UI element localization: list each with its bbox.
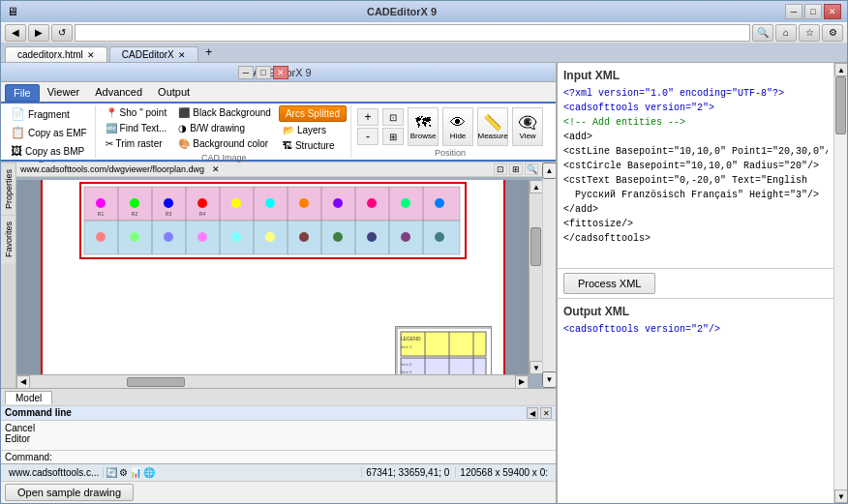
fragment-btn[interactable]: 📄 Fragment (7, 105, 91, 123)
hide-btn[interactable]: 👁 Hide (442, 107, 473, 146)
measure-icon: 📏 (483, 113, 502, 132)
measure-btn[interactable]: 📏 Measure (477, 107, 508, 146)
copy-emf-btn[interactable]: 📋 Copy as EMF (7, 124, 91, 141)
search-button[interactable]: 🔍 (752, 24, 773, 42)
scroll-left-btn[interactable]: ◀ (16, 375, 30, 389)
status-bar: www.cadsofttools.c... 🔄 ⚙ 📊 🌐 67341; 336… (1, 463, 556, 481)
fragment-icon: 📄 (11, 107, 25, 121)
horiz-scrollbar[interactable]: ◀ ▶ (16, 374, 529, 388)
svg-point-22 (401, 198, 410, 208)
bg-color-icon: 🎨 (178, 138, 190, 149)
command-input-label: Command: (5, 452, 52, 462)
drawing-toolbar-btn1[interactable]: ⊡ (494, 163, 507, 175)
cad-minimize-btn[interactable]: ─ (238, 66, 254, 79)
horiz-scroll-thumb[interactable] (127, 377, 185, 387)
status-size: 120568 x 59400 x 0: (455, 467, 552, 478)
vert-scrollbar[interactable]: ▲ ▼ (529, 180, 542, 374)
drawing-canvas[interactable]: www.cadsofttools.com/dwgviewer/floorplan… (16, 163, 542, 388)
maximize-button[interactable]: □ (804, 4, 822, 19)
tab-advanced[interactable]: Advanced (87, 84, 150, 102)
refresh-button[interactable]: ↺ (51, 24, 73, 42)
rpanel-scroll-up[interactable]: ▲ (542, 163, 556, 179)
cad-maximize-btn[interactable]: □ (256, 66, 271, 79)
scroll-down-btn[interactable]: ▼ (530, 361, 542, 374)
zoom-in-btn[interactable]: + (357, 108, 379, 126)
arcs-splitted-btn[interactable]: Arcs Splitted (279, 105, 347, 122)
drawing-url-bar: www.cadsofttools.com/dwgviewer/floorplan… (16, 163, 542, 177)
close-button[interactable]: ✕ (824, 4, 841, 19)
browse-label: Browse (410, 132, 437, 140)
xml-line-10: <fittosize/> (563, 217, 828, 231)
scroll-up-btn[interactable]: ▲ (530, 180, 542, 193)
bw-drawing-btn[interactable]: ◑ B/W drawing (174, 121, 275, 135)
tab1-close-icon[interactable]: ✕ (87, 50, 95, 60)
xml-panel-scrollbar: ▲ ▼ (833, 63, 847, 503)
black-bg-btn[interactable]: ⬛ Black Background (174, 105, 275, 120)
window-title: CADEditorX 9 (367, 6, 437, 17)
address-bar[interactable]: C:\Users\reznikova\Documents\CADEditorX … (75, 24, 750, 42)
home-button[interactable]: ⌂ (775, 24, 797, 42)
copy-bmp-btn[interactable]: 🖼 Copy as BMP (7, 142, 91, 160)
tab-output[interactable]: Output (150, 84, 197, 102)
svg-text:R2: R2 (131, 211, 137, 217)
cad-close-btn[interactable]: ✕ (273, 66, 288, 79)
xml-scroll-up[interactable]: ▲ (834, 63, 847, 76)
favorites-button[interactable]: ☆ (799, 24, 820, 42)
drawing-toolbar-btn2[interactable]: ⊞ (509, 163, 523, 175)
side-tabs-panel: Properties Favorites (1, 163, 16, 388)
show-point-label: Sho " point (120, 107, 167, 118)
cmd-btn2[interactable]: ✕ (540, 407, 552, 419)
xml-scroll-down[interactable]: ▼ (834, 489, 847, 503)
view-btn[interactable]: 👁‍🗨 View (512, 107, 543, 146)
layers-btn[interactable]: 📂 Layers (279, 123, 347, 137)
cmd-btn1[interactable]: ◀ (527, 407, 538, 419)
copy-bmp-label: Copy as BMP (25, 146, 84, 157)
tools-button[interactable]: ⚙ (822, 24, 843, 42)
xml-line-2: <cadsofttools version="2"> (563, 101, 828, 115)
forward-button[interactable]: ▶ (28, 24, 49, 42)
rpanel-scroll-down[interactable]: ▼ (542, 371, 556, 388)
zoom-fit-btn[interactable]: ⊡ (382, 108, 404, 126)
tab2-close-icon[interactable]: ✕ (178, 50, 186, 60)
status-icon3: 📊 (130, 467, 141, 478)
output-xml-title: Output XML (563, 305, 828, 318)
open-sample-button[interactable]: Open sample drawing (5, 484, 134, 501)
svg-point-13 (96, 198, 106, 208)
hide-label: Hide (450, 132, 466, 140)
drawing-viewport: Floorplan line system 2 levels 4 rooms (16, 180, 529, 374)
command-header: Command line ◀ ✕ (1, 406, 556, 421)
tab-file[interactable]: File (5, 84, 40, 102)
scroll-right-btn[interactable]: ▶ (515, 375, 529, 389)
tab-cadeditorx[interactable]: CADEditorX ✕ (109, 46, 198, 62)
drawing-toolbar-btn3[interactable]: 🔍 (525, 163, 538, 175)
tab1-label: cadeditorx.html (17, 49, 83, 60)
xml-scroll-thumb[interactable] (835, 76, 846, 134)
tab-cadeditor-html[interactable]: cadeditorx.html ✕ (5, 46, 107, 62)
favorites-side-tab[interactable]: Favorites (1, 215, 15, 263)
new-tab-button[interactable]: + (200, 44, 218, 60)
vert-scroll-thumb[interactable] (530, 227, 541, 266)
tab-viewer[interactable]: Viewer (40, 84, 87, 102)
zoom-out-btn[interactable]: - (357, 128, 379, 145)
cad-title-bar: CADEditorX 9 ─ □ ✕ (1, 63, 556, 82)
zoom-rect-btn[interactable]: ⊞ (382, 128, 404, 145)
process-xml-button[interactable]: Process XML (563, 273, 655, 294)
svg-point-29 (265, 232, 275, 242)
structure-btn[interactable]: 🏗 Structure (279, 138, 347, 153)
bg-color-btn[interactable]: 🎨 Background color (174, 136, 275, 151)
trim-raster-label: Trim raster (116, 138, 163, 149)
minimize-button[interactable]: ─ (785, 4, 803, 19)
svg-text:R3: R3 (165, 211, 171, 217)
command-area: Command line ◀ ✕ Cancel Editor Command: (1, 405, 556, 463)
find-text-btn[interactable]: 🔤 Find Text... (102, 121, 171, 135)
trim-raster-btn[interactable]: ✂ Trim raster (102, 136, 171, 151)
properties-side-tab[interactable]: Properties (1, 163, 15, 215)
show-point-btn[interactable]: 📍 Sho " point (102, 105, 171, 120)
command-input[interactable] (56, 452, 552, 462)
window-frame: 🖥 CADEditorX 9 ─ □ ✕ ◀ ▶ ↺ C:\Users\rezn… (0, 0, 848, 504)
drawing-url-close[interactable]: ✕ (212, 164, 220, 174)
back-button[interactable]: ◀ (5, 24, 26, 42)
cmd-line-2: Editor (5, 433, 552, 444)
model-tab[interactable]: Model (5, 391, 52, 404)
browse-btn[interactable]: 🗺 Browse (408, 107, 439, 146)
